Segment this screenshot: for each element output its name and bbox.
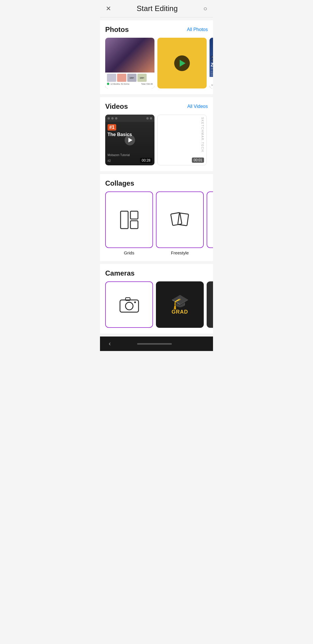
photos-section-header: Photos All Photos xyxy=(100,26,213,38)
play-button[interactable] xyxy=(174,55,190,71)
collages-section: Collages Grids Freestyle xyxy=(100,174,213,261)
page-title: Start Editing xyxy=(137,4,178,13)
back-button[interactable]: ‹ xyxy=(109,340,111,348)
collages-title: Collages xyxy=(105,179,134,187)
cameras-scroll-row: 🎓 GRAD 🎓 GRADUATION xyxy=(100,281,213,328)
collage-entry-frames[interactable]: Frames xyxy=(207,191,213,255)
collage-item-freestyle[interactable] xyxy=(156,191,204,248)
camera-item-1[interactable] xyxy=(105,281,153,328)
video-sub2: #2 xyxy=(108,159,111,162)
cameras-section: Cameras 🎓 GRAD 🎓 GRADUATION xyxy=(100,264,213,334)
nav-bar: ‹ xyxy=(100,337,213,351)
photos-title: Photos xyxy=(105,26,129,34)
video-item-1[interactable]: #1 The Basics Mobazen Tutorial #2 00:28 xyxy=(105,115,154,165)
header: ✕ Start Editing ○ xyxy=(100,0,213,17)
grids-icon xyxy=(119,209,140,230)
all-photos-link[interactable]: All Photos xyxy=(187,27,208,32)
collage-item-frames[interactable] xyxy=(207,191,213,248)
video-duration-1: 00:28 xyxy=(140,158,152,163)
collages-section-header: Collages xyxy=(100,179,213,191)
collage-entry-grids[interactable]: Grids xyxy=(105,191,153,255)
videos-title: Videos xyxy=(105,102,128,111)
svg-point-8 xyxy=(125,302,133,310)
grad-hat-icon: 🎓 xyxy=(171,294,189,309)
svg-rect-3 xyxy=(171,212,182,225)
all-videos-link[interactable]: All Videos xyxy=(187,104,208,109)
grad-text: GRAD xyxy=(172,309,188,315)
video-item-2[interactable]: SKETCHMAR.TECH 00:01 xyxy=(157,115,207,165)
videos-section-header: Videos All Videos xyxy=(100,102,213,115)
collage-item-grids[interactable] xyxy=(105,191,153,248)
svg-rect-0 xyxy=(121,211,128,229)
camera-icon xyxy=(119,296,139,313)
photo-item-3[interactable]: Adventure Comedy Animation Crime Family … xyxy=(210,38,213,88)
camera-item-3[interactable]: 🎓 GRADUATION xyxy=(207,281,213,328)
photos-scroll-row: 100+ 100+ 12 Months: €2.91/mo Total: €34… xyxy=(100,38,213,88)
collage-entry-freestyle[interactable]: Freestyle xyxy=(156,191,204,255)
collage-label-grids: Grids xyxy=(124,250,134,255)
video-subtitle: Mobazen Tutorial xyxy=(108,153,130,157)
collages-scroll-row: Grids Freestyle Frames xyxy=(100,191,213,255)
collage-label-freestyle: Freestyle xyxy=(171,250,189,255)
photos-section: Photos All Photos 100+ 100+ 12 Months: €… xyxy=(100,20,213,94)
camera-item-2[interactable]: 🎓 GRAD xyxy=(156,281,204,328)
search-icon[interactable]: ○ xyxy=(203,5,207,12)
video-badge: #1 xyxy=(108,124,116,131)
close-icon[interactable]: ✕ xyxy=(106,5,111,12)
photo-item-1[interactable]: 100+ 100+ 12 Months: €2.91/mo Total: €34… xyxy=(105,38,154,88)
home-indicator xyxy=(137,343,172,345)
svg-rect-1 xyxy=(130,211,138,219)
watermark: SKETCHMAR.TECH xyxy=(201,115,206,155)
cameras-title: Cameras xyxy=(105,269,134,277)
photo-item-2[interactable] xyxy=(157,38,207,88)
videos-section: Videos All Videos #1 The Basics Mobazen … xyxy=(100,97,213,171)
video-duration-2: 00:01 xyxy=(192,158,204,163)
cameras-section-header: Cameras xyxy=(100,269,213,281)
freestyle-icon xyxy=(170,209,190,230)
videos-scroll-row: #1 The Basics Mobazen Tutorial #2 00:28 … xyxy=(100,115,213,165)
svg-point-10 xyxy=(134,301,136,303)
svg-rect-2 xyxy=(130,221,138,229)
svg-rect-4 xyxy=(178,213,188,226)
